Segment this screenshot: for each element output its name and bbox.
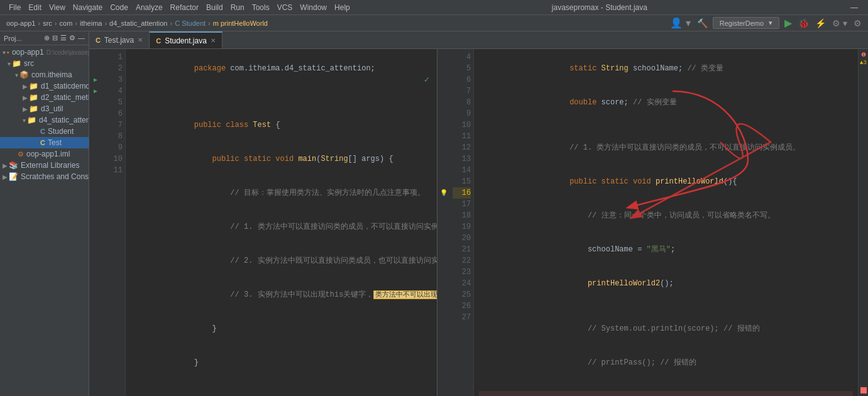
error-marker[interactable] <box>860 387 867 393</box>
ln-1: 1 <box>104 52 123 63</box>
rg-15 <box>437 176 450 187</box>
tree-item-src[interactable]: ▾ 📁 src <box>0 58 89 69</box>
gutter-run-3[interactable]: ▶ <box>89 74 102 85</box>
menu-navigate[interactable]: Navigate <box>69 3 106 12</box>
sidebar-header: Proj... ⊕ ⊟ ☰ ⚙ — <box>0 31 89 45</box>
run-button[interactable]: ▶ <box>783 17 793 29</box>
gutter-run-4[interactable]: ▶ <box>89 85 102 97</box>
rln-11: 11 <box>453 131 471 142</box>
ln-10: 10 <box>104 153 123 165</box>
rln-12: 12 <box>453 142 471 153</box>
tree-item-ext-lib[interactable]: ▶ 📚 External Libraries <box>0 160 89 171</box>
test-tab-close[interactable]: ✕ <box>138 36 143 43</box>
tab-student-java[interactable]: C Student.java ✕ <box>150 31 222 48</box>
tree-item-d1[interactable]: ▶ 📁 d1_staticdemo <box>0 80 89 92</box>
collapse-all-icon[interactable]: ⊟ <box>52 34 58 42</box>
tree-item-d2[interactable]: ▶ 📁 d2_static_method <box>0 92 89 103</box>
menu-view[interactable]: View <box>45 3 69 12</box>
menu-refactor[interactable]: Refactor <box>167 3 202 12</box>
rg-24 <box>437 278 450 289</box>
rln-17: 17 <box>453 199 471 210</box>
menu-window[interactable]: Window <box>296 3 331 12</box>
tree-item-d4[interactable]: ▾ 📁 d4_static_attention <box>0 114 89 126</box>
menu-edit[interactable]: Edit <box>25 3 45 12</box>
add-icon[interactable]: ⊕ <box>44 34 50 42</box>
breadcrumb-src[interactable]: src <box>41 19 53 27</box>
tree-label-scratches: Scratches and Consoles <box>21 172 89 181</box>
left-gutter: ▶ ▶ <box>89 49 102 396</box>
rcode-9: // 注意：同一个类中，访问成员，可以省略类名不写。 <box>479 199 853 233</box>
breadcrumb-com[interactable]: com <box>58 19 74 27</box>
tree-item-com-itheima[interactable]: ▾ 📦 com.itheima <box>0 69 89 80</box>
ln-11: 11 <box>104 165 123 176</box>
editor-area: C Test.java ✕ C Student.java ✕ <box>89 31 868 396</box>
ln-6: 6 <box>104 108 123 119</box>
rln-26: 26 <box>453 300 471 312</box>
breadcrumb-d4[interactable]: d4_static_attention <box>108 19 168 27</box>
rln-27: 27 <box>453 312 471 323</box>
more-run-button[interactable]: ⚙ ▾ <box>831 18 849 28</box>
code-line-2 <box>131 97 432 108</box>
menu-help[interactable]: Help <box>331 3 354 12</box>
gutter-7 <box>89 119 102 131</box>
rg-19 <box>437 221 450 233</box>
settings-button[interactable]: ⚙ <box>852 18 863 28</box>
menu-build[interactable]: Build <box>202 3 227 12</box>
right-line-numbers: 4 5 6 7 8 9 10 11 12 13 14 15 16 17 <box>450 49 474 396</box>
breadcrumb-class[interactable]: C Student <box>173 19 207 27</box>
menu-analyze[interactable]: Analyze <box>132 3 167 12</box>
ln-2: 2 <box>104 63 123 74</box>
tree-label-d3: d3_util <box>41 104 63 113</box>
menu-file[interactable]: File <box>5 3 25 12</box>
debug-button[interactable]: 🐞 <box>797 18 810 28</box>
rg-9 <box>437 108 450 119</box>
menu-vcs[interactable]: VCS <box>273 3 297 12</box>
right-code[interactable]: static String schoolName; // 类变量 double … <box>474 49 858 396</box>
minimize-button[interactable]: — <box>845 3 863 12</box>
rln-15: 15 <box>453 176 471 187</box>
tree-item-oop-app1[interactable]: ▾ ▪ oop-app1 D:\code\javaseprома <box>0 47 89 58</box>
menu-run[interactable]: Run <box>227 3 248 12</box>
rcode-10: schoolName = "黑马"; <box>479 233 853 267</box>
hammer-icon[interactable]: 🔨 <box>696 18 709 28</box>
expand-arrow-ext: ▶ <box>3 162 8 169</box>
breadcrumb-itheima[interactable]: itheima <box>79 19 103 27</box>
tree-item-iml[interactable]: ⚙ oop-app1.iml <box>0 148 89 160</box>
menu-tools[interactable]: Tools <box>248 3 273 12</box>
rln-20: 20 <box>453 233 471 244</box>
left-code[interactable]: package com.itheima.d4_static_attention;… <box>126 49 437 396</box>
tab-test-java[interactable]: C Test.java ✕ <box>89 31 150 48</box>
rg-10 <box>437 119 450 131</box>
coverage-button[interactable]: ⚡ <box>814 18 827 28</box>
d3-folder-icon: 📁 <box>29 104 38 113</box>
breadcrumb-module[interactable]: oop-app1 <box>5 19 37 27</box>
vcs-icon[interactable]: 👤 ▾ <box>669 17 691 29</box>
settings-icon[interactable]: ⚙ <box>69 34 75 42</box>
run-config-dropdown[interactable]: RegisterDemo ▾ <box>713 17 779 29</box>
menu-code[interactable]: Code <box>106 3 132 12</box>
rg-21 <box>437 244 450 255</box>
rcode-7: // 1. 类方法中可以直接访问类的成员，不可以直接访问实例成员。 <box>479 131 853 165</box>
expand-icon[interactable]: ☰ <box>60 34 67 42</box>
tree-item-student[interactable]: C Student <box>0 126 89 137</box>
sidebar-title: Proj... <box>4 35 22 42</box>
breadcrumb-method[interactable]: m printHelloWorld <box>212 19 269 27</box>
tree-item-test[interactable]: C Test <box>0 137 89 148</box>
tree-item-scratches[interactable]: ▶ 📝 Scratches and Consoles <box>0 171 89 182</box>
rg-16-bulb[interactable]: 💡 <box>437 187 450 199</box>
tree-item-d3[interactable]: ▶ 📁 d3_util <box>0 103 89 114</box>
gutter-8 <box>89 131 102 142</box>
ln-9: 9 <box>104 142 123 153</box>
split-editor: ▶ ▶ 1 2 3 4 <box>89 49 868 396</box>
warning-count: ▲3 <box>860 60 867 66</box>
student-tab-close[interactable]: ✕ <box>211 37 216 44</box>
student-tab-label: Student.java <box>165 36 207 45</box>
dropdown-chevron: ▾ <box>767 19 774 27</box>
rcode-14: // printPass(); // 报错的 <box>479 346 853 380</box>
rcode-12 <box>479 300 853 312</box>
tree-label-src: src <box>24 59 34 68</box>
tree-label-d1: d1_staticdemo <box>41 82 89 91</box>
expand-arrow-d1: ▶ <box>23 83 28 90</box>
close-sidebar-icon[interactable]: — <box>78 34 85 42</box>
rg-5 <box>437 63 450 74</box>
